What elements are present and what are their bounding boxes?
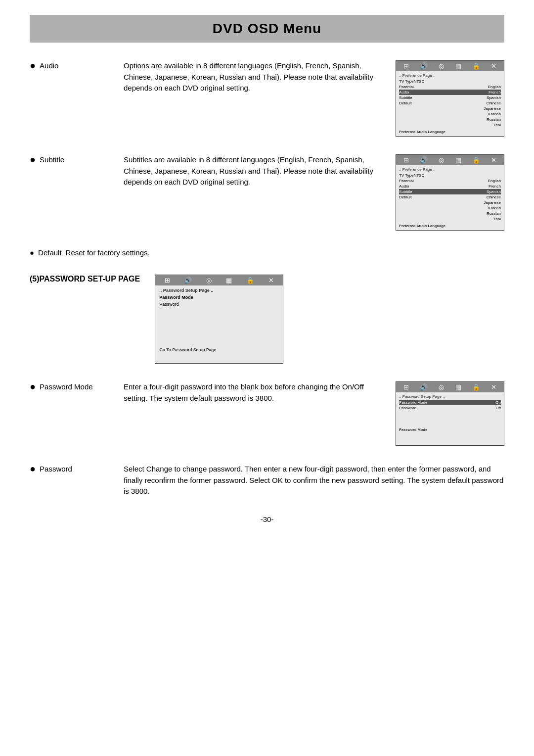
password-bullet: ●: [30, 464, 36, 473]
osd-icon-globe: ◎: [439, 62, 444, 70]
osd-icon-menu3: ▦: [226, 277, 232, 284]
osd-icon-lock: 🔒: [472, 62, 480, 70]
password-mode-label-text: Password Mode: [40, 382, 93, 391]
password-setup-goto: Go To Password Setup Page: [159, 347, 279, 352]
osd-icon-menu: ▦: [455, 62, 461, 70]
audio-osd-row-thai: Thai: [399, 122, 501, 128]
password-mode-bullet: ●: [30, 381, 36, 391]
password-mode-description: Enter a four-digit password into the bla…: [124, 381, 381, 404]
osd-icon-audio4: 🔊: [420, 383, 428, 391]
audio-osd-row-parental: ParentalEnglish: [399, 84, 501, 90]
audio-osd-row-default: DefaultChinese: [399, 100, 501, 106]
audio-osd-screen: ⊞ 🔊 ◎ ▦ 🔒 ✕ .. Preference Page .. TV Typ…: [396, 60, 504, 137]
subtitle-osd-row-audio: AudioFrench: [399, 184, 501, 189]
osd-icon-lock2: 🔒: [472, 156, 480, 164]
password-label: ● Password: [30, 464, 109, 473]
audio-osd-title: .. Preference Page ..: [399, 73, 501, 78]
subtitle-description: Subtitles are available in 8 different l…: [124, 154, 381, 188]
audio-osd-row-audio: AudioFrench: [399, 90, 501, 95]
page-title-box: DVD OSD Menu: [30, 15, 504, 43]
osd-icon-globe2: ◎: [439, 156, 444, 164]
subtitle-label-text: Subtitle: [40, 155, 64, 164]
password-setup-osd: ⊞ 🔊 ◎ ▦ 🔒 ✕ .. Password Setup Page .. Pa…: [155, 275, 283, 364]
subtitle-osd-row-thai: Thai: [399, 216, 501, 222]
audio-osd-row-japanese: Japanese: [399, 106, 501, 111]
password-setup-osd-row-password: Password: [159, 301, 279, 308]
password-section: ● Password Select Change to change passw…: [30, 464, 504, 497]
subtitle-osd-screen: ⊞ 🔊 ◎ ▦ 🔒 ✕ .. Preference Page .. TV Typ…: [396, 154, 504, 231]
audio-osd-row-tvtype: TV TypeNTSC: [399, 79, 501, 84]
password-mode-osd: ⊞ 🔊 ◎ ▦ 🔒 ✕ .. Password Setup Page .. Pa…: [396, 381, 504, 446]
audio-osd-content: .. Preference Page .. TV TypeNTSC Parent…: [396, 71, 504, 136]
audio-bullet: ●: [30, 60, 36, 70]
osd-icon-close3: ✕: [268, 277, 274, 284]
osd-icon-menu2: ▦: [455, 156, 461, 164]
subtitle-label: ● Subtitle: [30, 154, 109, 164]
password-mode-section: ● Password Mode Enter a four-digit passw…: [30, 381, 504, 446]
password-mode-osd-content: .. Password Setup Page .. Password ModeO…: [396, 392, 504, 434]
osd-icon-close4: ✕: [491, 383, 496, 391]
audio-osd-row-russian: Russian: [399, 117, 501, 122]
default-description: Reset for factory settings.: [66, 248, 150, 257]
subtitle-bullet: ●: [30, 154, 36, 164]
osd-icon-audio2: 🔊: [420, 156, 428, 164]
default-section: ● Default Reset for factory settings.: [30, 248, 504, 257]
osd-icon-tv2: ⊞: [403, 156, 409, 164]
osd-icon-tv3: ⊞: [165, 277, 170, 284]
password-setup-osd-title: .. Password Setup Page ..: [159, 288, 279, 293]
audio-osd-row-subtitle: SubtitleSpanish: [399, 95, 501, 100]
subtitle-osd-content: .. Preference Page .. TV TypeNTSC Parent…: [396, 165, 504, 230]
password-setup-section: (5)PASSWORD SET-UP PAGE ⊞ 🔊 ◎ ▦ 🔒 ✕ .. P…: [30, 275, 504, 364]
osd-icon-close2: ✕: [491, 156, 496, 164]
osd-icon-audio3: 🔊: [184, 277, 192, 284]
password-setup-left: (5)PASSWORD SET-UP PAGE: [30, 275, 140, 289]
password-label-text: Password: [40, 465, 72, 473]
subtitle-osd-row-parental: ParentalEnglish: [399, 178, 501, 184]
subtitle-section: ● Subtitle Subtitles are available in 8 …: [30, 154, 504, 231]
page-number: -30-: [30, 515, 504, 523]
subtitle-osd-toolbar: ⊞ 🔊 ◎ ▦ 🔒 ✕: [396, 155, 504, 165]
password-description: Select Change to change password. Then e…: [124, 464, 504, 497]
osd-icon-lock3: 🔒: [246, 277, 254, 284]
audio-label: ● Audio: [30, 60, 109, 70]
audio-section: ● Audio Options are available in 8 diffe…: [30, 60, 504, 137]
osd-icon-close: ✕: [491, 62, 496, 70]
subtitle-osd-row-korean: Korean: [399, 205, 501, 211]
password-setup-osd-content: .. Password Setup Page .. Password Mode …: [155, 285, 283, 355]
password-mode-toolbar: ⊞ 🔊 ◎ ▦ 🔒 ✕: [396, 382, 504, 392]
audio-osd-row-korean: Korean: [399, 111, 501, 117]
osd-icon-globe3: ◎: [206, 277, 212, 284]
osd-icon-globe4: ◎: [439, 383, 444, 391]
osd-icon-audio: 🔊: [420, 62, 428, 70]
password-setup-header: (5)PASSWORD SET-UP PAGE: [30, 275, 140, 284]
osd-icon-tv4: ⊞: [403, 383, 409, 391]
subtitle-osd-row-japanese: Japanese: [399, 200, 501, 205]
subtitle-osd-title: .. Preference Page ..: [399, 167, 501, 172]
subtitle-osd-footer: Preferred Audio Language: [399, 224, 501, 228]
password-mode-osd-title: .. Password Setup Page ..: [399, 394, 501, 399]
default-bullet: ●: [30, 248, 34, 257]
subtitle-osd-row-russian: Russian: [399, 211, 501, 216]
subtitle-osd-row-tvtype: TV TypeNTSC: [399, 173, 501, 178]
audio-label-text: Audio: [40, 61, 58, 70]
audio-description: Options are available in 8 different lan…: [124, 60, 381, 94]
audio-osd-footer: Preferred Audio Language: [399, 130, 501, 134]
password-mode-label: ● Password Mode: [30, 381, 109, 391]
default-label: Default: [38, 248, 62, 257]
osd-icon-lock4: 🔒: [472, 383, 480, 391]
password-setup-osd-row-mode: Password Mode: [159, 294, 279, 301]
password-mode-osd-row-password: PasswordOff: [399, 405, 501, 411]
page-title: DVD OSD Menu: [213, 21, 321, 36]
audio-osd-toolbar: ⊞ 🔊 ◎ ▦ 🔒 ✕: [396, 61, 504, 71]
subtitle-osd-row-default: DefaultChinese: [399, 194, 501, 200]
password-mode-osd-row-mode: Password ModeOn: [399, 400, 501, 405]
password-setup-toolbar: ⊞ 🔊 ◎ ▦ 🔒 ✕: [155, 275, 283, 285]
password-mode-osd-footer: Password Mode: [399, 427, 501, 432]
subtitle-osd-row-subtitle: SubtitleSpanish: [399, 189, 501, 194]
osd-icon-menu4: ▦: [455, 383, 461, 391]
osd-icon-tv: ⊞: [403, 62, 409, 70]
